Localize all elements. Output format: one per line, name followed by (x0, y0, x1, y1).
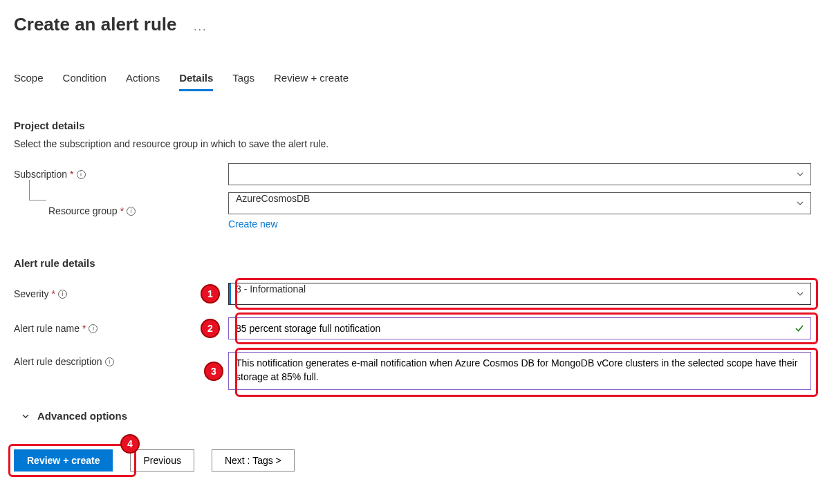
create-new-link[interactable]: Create new (228, 218, 811, 230)
alert-name-row: 2 Alert rule name * i (14, 317, 811, 339)
callout-badge: 3 (204, 362, 223, 381)
info-icon[interactable]: i (105, 357, 114, 366)
alert-description-label: Alert rule description i (14, 352, 228, 367)
tab-condition[interactable]: Condition (63, 72, 106, 91)
callout-badge: 2 (201, 319, 220, 338)
required-marker: * (70, 169, 73, 180)
subscription-row: Subscription * i (14, 163, 811, 185)
review-create-button[interactable]: Review + create (14, 449, 113, 472)
callout-badge: 1 (201, 284, 220, 304)
info-icon[interactable]: i (58, 290, 67, 299)
tab-actions[interactable]: Actions (126, 72, 160, 91)
footer-buttons: 4 Review + create Previous Next : Tags > (14, 446, 811, 472)
chevron-down-icon (21, 411, 30, 421)
previous-button[interactable]: Previous (130, 449, 194, 472)
subscription-select[interactable] (228, 163, 811, 185)
info-icon[interactable]: i (89, 324, 98, 333)
severity-select[interactable]: 3 - Informational (228, 283, 811, 305)
advanced-options-label: Advanced options (37, 410, 127, 422)
required-marker: * (52, 288, 55, 299)
info-icon[interactable]: i (77, 170, 86, 179)
advanced-options-toggle[interactable]: Advanced options (21, 410, 811, 422)
tab-bar: Scope Condition Actions Details Tags Rev… (14, 72, 811, 92)
alert-name-input[interactable] (228, 317, 811, 339)
project-details-description: Select the subscription and resource gro… (14, 138, 811, 149)
info-icon[interactable]: i (127, 207, 136, 216)
required-marker: * (120, 205, 124, 216)
tab-scope[interactable]: Scope (14, 72, 44, 91)
severity-row: 1 Severity * i 3 - Informational (14, 283, 811, 305)
alert-description-textarea[interactable] (228, 352, 811, 390)
project-details-heading: Project details (14, 120, 811, 131)
more-menu-icon[interactable]: ... (194, 21, 207, 33)
tab-details[interactable]: Details (179, 72, 213, 91)
page-header: Create an alert rule ... (14, 14, 811, 41)
callout-badge: 4 (120, 434, 140, 454)
alert-description-row: 3 Alert rule description i (14, 352, 811, 393)
tree-connector (29, 180, 46, 200)
required-marker: * (82, 323, 86, 334)
tab-review-create[interactable]: Review + create (274, 72, 349, 91)
resource-group-row: Resource group * i AzureCosmosDB Create … (14, 192, 811, 230)
page-title: Create an alert rule (14, 14, 177, 35)
next-tags-button[interactable]: Next : Tags > (212, 449, 295, 472)
resource-group-label: Resource group * i (48, 205, 228, 216)
severity-label: Severity * i (14, 288, 228, 299)
resource-group-select[interactable]: AzureCosmosDB (228, 192, 811, 214)
subscription-label: Subscription * i (14, 169, 228, 180)
alert-rule-details-heading: Alert rule details (14, 257, 811, 269)
tab-tags[interactable]: Tags (232, 72, 254, 91)
alert-name-label: Alert rule name * i (14, 323, 228, 334)
